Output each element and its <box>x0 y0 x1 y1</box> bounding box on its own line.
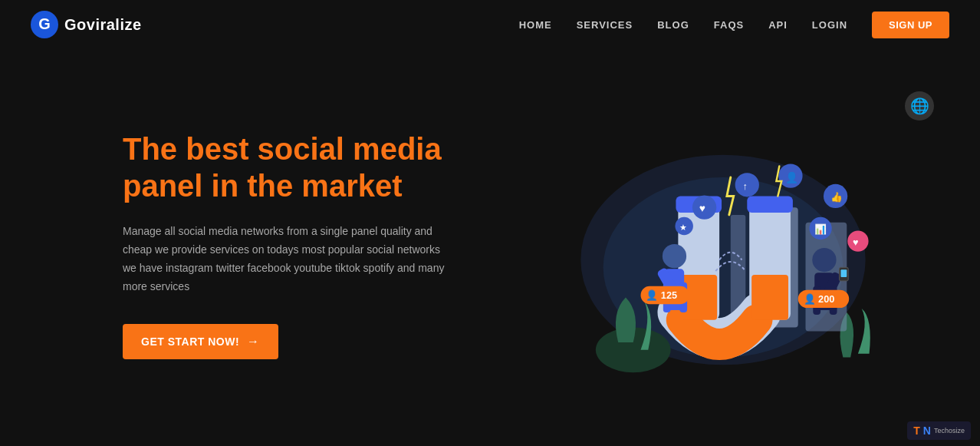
watermark-box: T N Techosize <box>907 421 971 440</box>
svg-rect-11 <box>751 275 788 320</box>
svg-text:★: ★ <box>679 223 687 232</box>
svg-point-14 <box>663 244 686 268</box>
cta-button[interactable]: GET START NOW! → <box>123 324 278 359</box>
watermark: T N Techosize <box>907 421 971 440</box>
logo-text: Goviralize <box>64 16 142 34</box>
nav-services[interactable]: SERVICES <box>577 19 633 31</box>
logo-icon: G <box>31 11 58 38</box>
header: G Goviralize HOME SERVICES BLOG FAQS API… <box>0 0 980 49</box>
logo[interactable]: G Goviralize <box>31 11 142 38</box>
hero-svg: 👤 125 👤 200 ♥ ↑ 👤 👍 📊 ★ <box>558 107 888 383</box>
svg-rect-25 <box>840 269 847 277</box>
svg-point-19 <box>812 248 836 272</box>
arrow-icon: → <box>247 335 260 349</box>
nav-api[interactable]: API <box>768 19 788 31</box>
svg-text:♥: ♥ <box>853 237 859 248</box>
svg-text:G: G <box>38 15 51 32</box>
svg-rect-13 <box>747 196 793 213</box>
hero-content: The best social media panel in the marke… <box>123 130 452 358</box>
watermark-n: N <box>923 425 931 437</box>
svg-text:♥: ♥ <box>699 203 705 214</box>
signup-button[interactable]: SIGN UP <box>872 12 949 38</box>
nav-faqs[interactable]: FAQS <box>714 19 744 31</box>
nav-login[interactable]: LOGIN <box>812 19 847 31</box>
hero-description: Manage all social media networks from a … <box>123 223 452 296</box>
main-nav: HOME SERVICES BLOG FAQS API LOGIN SIGN U… <box>519 12 949 38</box>
svg-text:👤 125: 👤 125 <box>646 289 677 302</box>
watermark-label: Techosize <box>934 427 965 434</box>
hero-title: The best social media panel in the marke… <box>123 130 452 204</box>
hero-illustration: 🌐 <box>558 107 888 383</box>
svg-text:📊: 📊 <box>814 223 827 236</box>
nav-blog[interactable]: BLOG <box>657 19 689 31</box>
svg-text:👤 200: 👤 200 <box>804 293 835 306</box>
globe-icon: 🌐 <box>905 91 934 121</box>
svg-text:👍: 👍 <box>830 191 843 203</box>
hero-section: The best social media panel in the marke… <box>0 49 980 441</box>
nav-home[interactable]: HOME <box>519 19 552 31</box>
svg-text:↑: ↑ <box>742 181 747 192</box>
svg-text:👤: 👤 <box>785 171 799 184</box>
watermark-t: T <box>913 425 920 437</box>
cta-label: GET START NOW! <box>141 335 239 348</box>
